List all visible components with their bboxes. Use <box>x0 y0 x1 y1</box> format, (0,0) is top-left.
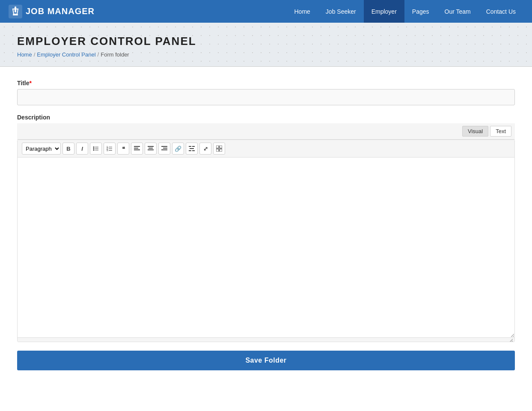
page-header: EMPLOYER CONTROL PANEL Home / Employer C… <box>0 23 532 67</box>
svg-rect-27 <box>190 148 194 149</box>
align-center-button[interactable] <box>145 143 157 155</box>
ordered-list-button[interactable]: 1. 2. 3. <box>104 143 116 155</box>
svg-rect-16 <box>134 146 140 147</box>
hr-icon <box>189 146 195 151</box>
breadcrumb-sep-1: / <box>34 51 36 58</box>
svg-rect-18 <box>134 149 140 150</box>
paragraph-select[interactable]: Paragraph Heading 1 Heading 2 Heading 3 … <box>22 143 61 155</box>
breadcrumb-home[interactable]: Home <box>17 51 32 58</box>
svg-rect-25 <box>189 146 191 147</box>
unordered-list-icon <box>93 146 99 152</box>
svg-rect-22 <box>161 146 167 147</box>
text-tab[interactable]: Text <box>490 126 511 137</box>
description-label: Description <box>17 114 515 121</box>
resize-icon <box>508 337 513 342</box>
svg-rect-15 <box>109 150 112 151</box>
description-form-group: Description Visual Text Paragraph Headin… <box>17 114 515 342</box>
bold-button[interactable]: B <box>62 143 74 155</box>
link-button[interactable]: 🔗 <box>172 143 184 155</box>
svg-rect-23 <box>163 148 167 149</box>
editor-toolbar: Paragraph Heading 1 Heading 2 Heading 3 … <box>18 140 514 158</box>
nav-links: Home Job Seeker Employer Pages Our Team … <box>287 0 524 23</box>
svg-rect-31 <box>220 146 222 148</box>
svg-rect-7 <box>95 149 98 149</box>
blockquote-button[interactable]: ❝ <box>117 143 129 155</box>
title-required: * <box>30 80 32 86</box>
save-folder-button[interactable]: Save Folder <box>17 351 515 370</box>
align-right-icon <box>161 146 167 151</box>
breadcrumb-current: Form folder <box>101 51 129 58</box>
svg-line-34 <box>509 339 513 342</box>
nav-contact-us[interactable]: Contact Us <box>479 0 523 23</box>
editor-resize-handle <box>18 337 514 342</box>
navbar: JOB MANAGER Home Job Seeker Employer Pag… <box>0 0 532 23</box>
svg-rect-5 <box>95 147 98 147</box>
editor-body[interactable] <box>18 158 514 337</box>
italic-button[interactable]: I <box>76 143 88 155</box>
svg-rect-20 <box>149 148 153 149</box>
svg-rect-19 <box>148 146 154 147</box>
visual-tab[interactable]: Visual <box>462 126 488 137</box>
svg-rect-13 <box>109 149 112 149</box>
hr-button[interactable] <box>186 143 198 155</box>
breadcrumb-sep-2: / <box>98 51 99 58</box>
svg-text:3.: 3. <box>107 149 109 152</box>
svg-rect-28 <box>189 150 191 151</box>
svg-rect-3 <box>13 14 18 15</box>
svg-point-4 <box>93 146 95 148</box>
nav-employer[interactable]: Employer <box>364 0 404 23</box>
align-center-icon <box>148 146 154 151</box>
site-logo[interactable]: JOB MANAGER <box>9 5 95 18</box>
table-icon <box>216 146 222 152</box>
svg-rect-33 <box>220 149 222 152</box>
nav-home[interactable]: Home <box>287 0 318 23</box>
svg-rect-9 <box>95 150 98 150</box>
svg-point-8 <box>93 149 95 151</box>
svg-rect-24 <box>161 149 167 150</box>
editor-container: Paragraph Heading 1 Heading 2 Heading 3 … <box>17 140 515 342</box>
svg-rect-11 <box>109 147 112 147</box>
editor-mode-tabs: Visual Text <box>17 123 515 140</box>
align-right-button[interactable] <box>158 143 170 155</box>
logo-icon <box>9 5 22 18</box>
svg-line-35 <box>511 341 513 342</box>
svg-rect-26 <box>192 146 195 147</box>
svg-rect-29 <box>192 150 195 151</box>
align-left-button[interactable] <box>131 143 143 155</box>
fullscreen-button[interactable]: ⤢ <box>199 143 211 155</box>
ordered-list-icon: 1. 2. 3. <box>107 146 113 152</box>
title-form-group: Title* <box>17 80 515 105</box>
svg-rect-32 <box>216 149 219 152</box>
align-left-icon <box>134 146 140 151</box>
table-button[interactable] <box>213 143 225 155</box>
svg-rect-21 <box>148 149 154 150</box>
breadcrumb-employer-control-panel[interactable]: Employer Control Panel <box>37 51 95 58</box>
breadcrumb: Home / Employer Control Panel / Form fol… <box>17 51 515 58</box>
page-title: EMPLOYER CONTROL PANEL <box>17 35 515 48</box>
logo-text: JOB MANAGER <box>26 6 95 16</box>
nav-job-seeker[interactable]: Job Seeker <box>318 0 364 23</box>
main-content: Title* Description Visual Text Paragraph… <box>0 67 532 387</box>
nav-pages[interactable]: Pages <box>404 0 437 23</box>
svg-rect-30 <box>216 146 219 148</box>
svg-point-6 <box>93 148 95 149</box>
svg-rect-17 <box>134 148 138 149</box>
title-input[interactable] <box>17 89 515 105</box>
nav-our-team[interactable]: Our Team <box>437 0 479 23</box>
title-label: Title* <box>17 80 515 86</box>
unordered-list-button[interactable] <box>90 143 102 155</box>
